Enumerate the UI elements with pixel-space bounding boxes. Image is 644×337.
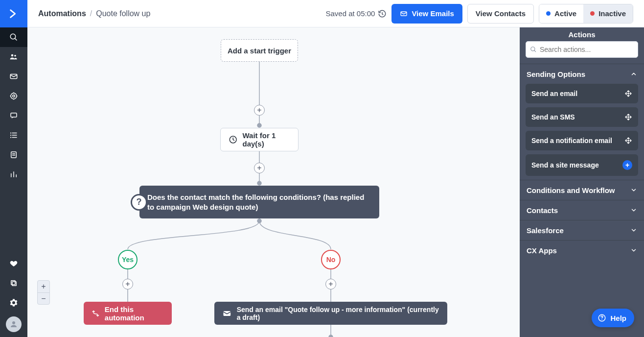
active-dot-icon [546, 11, 551, 16]
saved-indicator: Saved at 05:00 [325, 9, 387, 18]
svg-point-22 [257, 219, 261, 223]
help-button[interactable]: Help [592, 309, 634, 327]
branch-yes-label: Yes [122, 256, 134, 264]
nav-copy[interactable] [0, 273, 27, 293]
panel-section-header[interactable]: Salesforce [520, 220, 644, 240]
panel-section-header[interactable]: Sending Options [520, 64, 644, 84]
action-item[interactable]: Send a site message+ [526, 154, 638, 176]
add-step-button-no[interactable]: + [325, 279, 336, 289]
view-emails-button[interactable]: View Emails [391, 4, 462, 24]
svg-point-31 [602, 319, 603, 320]
start-trigger-label: Add a start trigger [228, 47, 291, 55]
saved-text: Saved at 05:00 [325, 9, 375, 18]
user-avatar[interactable] [6, 316, 22, 332]
drag-handle-icon [624, 137, 632, 144]
breadcrumb-page: Quote follow up [96, 9, 150, 18]
add-step-button-yes[interactable]: + [122, 279, 133, 289]
topbar: Automations / Quote follow up Saved at 0… [27, 0, 644, 27]
wait-node[interactable]: Wait for 1 day(s) [220, 128, 299, 151]
end-automation-node[interactable]: End this automation [84, 302, 172, 325]
chevron-down-icon [630, 207, 637, 214]
start-trigger-node[interactable]: Add a start trigger [221, 39, 298, 62]
end-automation-label: End this automation [105, 305, 164, 322]
nav-favorites[interactable] [0, 254, 27, 273]
zoom-in-button[interactable]: + [38, 281, 49, 292]
search-icon [530, 46, 537, 53]
branch-yes[interactable]: Yes [118, 250, 138, 269]
action-item[interactable]: Send a notification email [526, 131, 638, 150]
nav-campaigns[interactable] [0, 67, 27, 86]
help-icon [598, 313, 606, 322]
send-email-node[interactable]: Send an email "Quote follow up - more in… [214, 302, 447, 325]
status-inactive[interactable]: Inactive [583, 4, 633, 23]
nav-contacts[interactable] [0, 47, 27, 67]
nav-lists[interactable] [0, 125, 27, 145]
svg-point-16 [257, 123, 261, 127]
action-item-label: Send a notification email [531, 137, 612, 144]
nav-forms[interactable] [0, 145, 27, 165]
wait-label: Wait for 1 day(s) [242, 131, 290, 148]
condition-node[interactable]: ? Does the contact match the following c… [139, 186, 379, 218]
status-toggle: Active Inactive [539, 4, 633, 24]
add-step-button-1[interactable]: + [254, 105, 265, 116]
nav-reports[interactable] [0, 165, 27, 184]
panel-section: Sending OptionsSend an emailSend an SMSS… [520, 64, 644, 180]
drag-handle-icon [624, 113, 632, 121]
nav-conversations[interactable] [0, 106, 27, 125]
panel-section: Contacts [520, 200, 644, 220]
history-icon[interactable] [378, 9, 387, 18]
view-contacts-button[interactable]: View Contacts [467, 4, 534, 24]
nav-settings[interactable] [0, 293, 27, 313]
action-item[interactable]: Send an email [526, 84, 638, 103]
help-label: Help [610, 314, 626, 322]
svg-point-19 [257, 181, 261, 185]
automation-canvas[interactable]: Add a start trigger + Wait for 1 day(s) … [27, 27, 520, 337]
actions-search[interactable] [526, 41, 638, 58]
status-active-label: Active [554, 9, 576, 18]
panel-section-title: Contacts [527, 206, 558, 215]
branch-no[interactable]: No [321, 250, 341, 269]
email-icon [222, 308, 232, 319]
panel-section: Salesforce [520, 220, 644, 240]
drag-handle-icon [624, 90, 632, 97]
clock-icon [229, 134, 237, 145]
action-item-label: Send an SMS [531, 113, 575, 121]
chevron-down-icon [630, 247, 637, 254]
panel-section-header[interactable]: Contacts [520, 200, 644, 220]
status-inactive-label: Inactive [598, 9, 626, 18]
svg-point-2 [14, 55, 16, 57]
panel-section-header[interactable]: Conditions and Workflow [520, 180, 644, 200]
add-action-icon: + [622, 160, 632, 170]
panel-section-title: Sending Options [527, 70, 585, 78]
svg-point-5 [13, 95, 15, 97]
action-item-label: Send a site message [531, 161, 599, 169]
panel-section-title: CX Apps [527, 246, 557, 255]
actions-search-input[interactable] [540, 46, 634, 53]
svg-rect-6 [11, 113, 17, 117]
inactive-dot-icon [590, 11, 595, 16]
email-icon [400, 10, 408, 18]
svg-point-8 [10, 135, 11, 136]
send-email-label: Send an email "Quote follow up - more in… [237, 306, 439, 321]
breadcrumb-root[interactable]: Automations [38, 9, 86, 18]
nav-search[interactable] [0, 27, 27, 47]
status-active[interactable]: Active [539, 4, 583, 23]
svg-point-13 [12, 321, 15, 324]
zoom-out-button[interactable]: − [38, 292, 49, 304]
nav-automations[interactable] [0, 86, 27, 106]
add-step-button-2[interactable]: + [254, 163, 265, 173]
svg-point-7 [10, 132, 11, 133]
chevron-up-icon [630, 71, 637, 77]
panel-section-header[interactable]: CX Apps [520, 241, 644, 260]
chevron-down-icon [630, 227, 637, 234]
question-icon: ? [131, 194, 147, 211]
svg-point-1 [11, 54, 14, 57]
action-item[interactable]: Send an SMS [526, 107, 638, 127]
panel-section-items: Send an emailSend an SMSSend a notificat… [520, 84, 644, 180]
branch-no-label: No [326, 256, 336, 264]
breadcrumb-sep: / [90, 9, 92, 18]
app-logo[interactable] [0, 0, 27, 27]
arrow-merge-icon [92, 309, 100, 318]
svg-rect-12 [11, 281, 15, 285]
action-item-label: Send an email [531, 90, 577, 97]
